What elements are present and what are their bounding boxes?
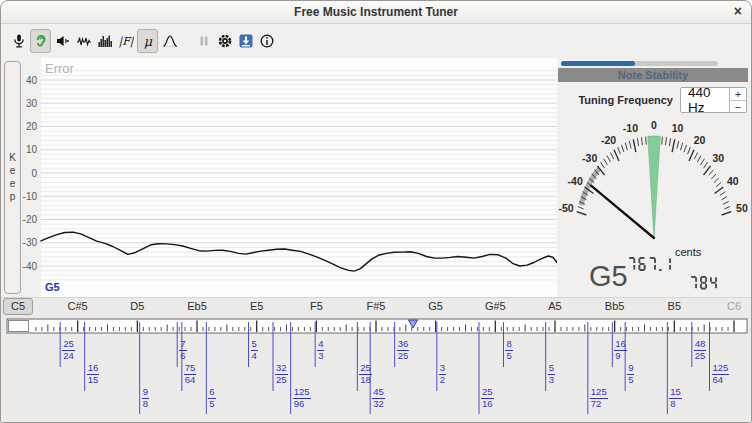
tuning-gauge: -50-40-30-20-1001020304050: [556, 113, 752, 296]
gauge-tick-label: -50: [559, 202, 574, 214]
gauge-tick-label: 50: [736, 202, 748, 214]
note-stability-progress-fill: [561, 61, 635, 66]
fft-f-icon: |F|: [118, 33, 134, 49]
ratio-45-32: 4532: [372, 387, 385, 410]
y-axis-tick-label: 20: [26, 121, 38, 132]
gauge-tick-label: 40: [727, 175, 739, 187]
toolbar-settings-gear-button[interactable]: [215, 29, 234, 53]
target-frequency-lcd: [691, 276, 717, 290]
ratio-25-18: 2518: [359, 363, 372, 386]
toolbar: |F|μ: [1, 24, 751, 58]
toolbar-waveform-button[interactable]: [74, 29, 93, 53]
microtonal-mu-icon: μ: [140, 33, 156, 49]
toolbar-statistics-gaussian-button[interactable]: [160, 29, 179, 53]
gauge-unit-label: cents: [675, 246, 701, 258]
close-icon[interactable]: ×: [734, 3, 742, 19]
svg-text:|F|: |F|: [118, 35, 134, 48]
y-axis-tick-label: -40: [23, 261, 38, 272]
gauge-tick-label: 0: [651, 119, 657, 131]
chart-current-note-label: G5: [45, 281, 60, 293]
save-icon: [238, 33, 254, 49]
about-info-icon: [259, 33, 275, 49]
ratio-32-25: 3225: [275, 363, 288, 386]
ratio-75-64: 7564: [184, 363, 197, 386]
toolbar-ear-listen-button[interactable]: [30, 29, 51, 53]
toolbar-about-info-button[interactable]: [257, 29, 276, 53]
ratio-5-3: 53: [548, 363, 555, 386]
gauge-tick-label: -10: [623, 122, 638, 134]
increment-button[interactable]: +: [730, 88, 746, 101]
window-title: Free Music Instrument Tuner: [294, 5, 458, 19]
y-axis-tick-label: -30: [23, 237, 38, 248]
svg-text:μ: μ: [143, 34, 152, 49]
error-chart: 403020100-10-20-30-40: [21, 58, 557, 297]
gauge-tick-label: -30: [582, 152, 597, 164]
gauge-needle: [591, 186, 654, 238]
tuning-frequency-label: Tuning Frequency: [561, 94, 673, 106]
ratio-125-96: 12596: [293, 387, 311, 410]
tuning-frequency-value[interactable]: 440 Hz: [681, 88, 729, 112]
scale-note-Bb5[interactable]: Bb5: [605, 300, 625, 312]
detected-note: G5: [589, 260, 628, 293]
note-stability-progressbar: [561, 61, 718, 66]
scale-note-D5[interactable]: D5: [130, 300, 144, 312]
pause-icon: [196, 33, 212, 49]
titlebar[interactable]: Free Music Instrument Tuner ×: [1, 1, 751, 24]
statistics-gaussian-icon: [162, 33, 178, 49]
toolbar-save-button[interactable]: [236, 29, 255, 53]
app-window: Free Music Instrument Tuner × |F|μ Keep …: [0, 0, 752, 423]
ratio-36-25: 3625: [397, 339, 410, 362]
scale-note-C#5[interactable]: C#5: [68, 300, 88, 312]
ratio-7-6: 76: [179, 339, 186, 362]
ratio-16-9: 169: [614, 339, 627, 362]
gauge-tick-label: 30: [713, 152, 725, 164]
ratio-125-72: 12572: [590, 387, 608, 410]
scale-note-A5[interactable]: A5: [548, 300, 561, 312]
y-axis-tick-label: 40: [26, 75, 38, 86]
scale-note-F5[interactable]: F5: [310, 300, 323, 312]
toolbar-microtonal-mu-button[interactable]: μ: [137, 29, 158, 53]
spinbox-buttons: + −: [729, 88, 746, 112]
scale-note-Eb5[interactable]: Eb5: [187, 300, 207, 312]
microphone-icon: [11, 33, 27, 49]
volume-db-icon: [55, 33, 71, 49]
ear-listen-icon: [33, 33, 49, 49]
ratio-8-5: 85: [505, 339, 512, 362]
ratio-16-15: 1615: [87, 363, 100, 386]
ratio-5-4: 54: [251, 339, 258, 362]
scale-note-C6[interactable]: C6: [727, 300, 741, 312]
ratio-15-8: 158: [669, 387, 682, 410]
toolbar-microphone-button[interactable]: [9, 29, 28, 53]
gauge-range-band: [581, 168, 599, 205]
scale-note-F#5[interactable]: F#5: [367, 300, 386, 312]
measured-frequency-lcd: [629, 257, 671, 271]
gauge-tick-label: -40: [568, 175, 583, 187]
y-axis-tick-label: -10: [23, 191, 38, 202]
ratio-9-8: 98: [142, 387, 149, 410]
ratio-3-2: 32: [439, 363, 446, 386]
ratio-25-16: 2516: [481, 387, 494, 410]
scale-note-G5[interactable]: G5: [428, 300, 443, 312]
ratio-25-24: 2524: [62, 339, 75, 362]
gauge-tick-label: -20: [601, 134, 616, 146]
waveform-icon: [76, 33, 92, 49]
toolbar-spectrum-histogram-button[interactable]: [95, 29, 114, 53]
scale-note-B5[interactable]: B5: [668, 300, 681, 312]
toolbar-volume-db-button[interactable]: [53, 29, 72, 53]
ratio-125-64: 12564: [712, 363, 730, 386]
scale-note-G#5[interactable]: G#5: [485, 300, 506, 312]
decrement-button[interactable]: −: [730, 101, 746, 113]
ratio-48-25: 4825: [694, 339, 707, 362]
y-axis-tick-label: 0: [31, 168, 37, 179]
y-axis-tick-label: 30: [26, 98, 38, 109]
y-axis-tick-label: 10: [26, 144, 38, 155]
tuning-frequency-spinbox[interactable]: 440 Hz + −: [680, 87, 747, 113]
gauge-tick-label: 20: [694, 134, 706, 146]
chart-title: Error: [45, 61, 74, 76]
scale-note-C5[interactable]: C5: [3, 298, 33, 315]
scale-note-E5[interactable]: E5: [250, 300, 263, 312]
keep-button[interactable]: Keep: [4, 61, 21, 294]
settings-gear-icon: [217, 33, 233, 49]
note-stability-header: Note Stability: [558, 68, 748, 82]
toolbar-fft-f-button[interactable]: |F|: [116, 29, 135, 53]
